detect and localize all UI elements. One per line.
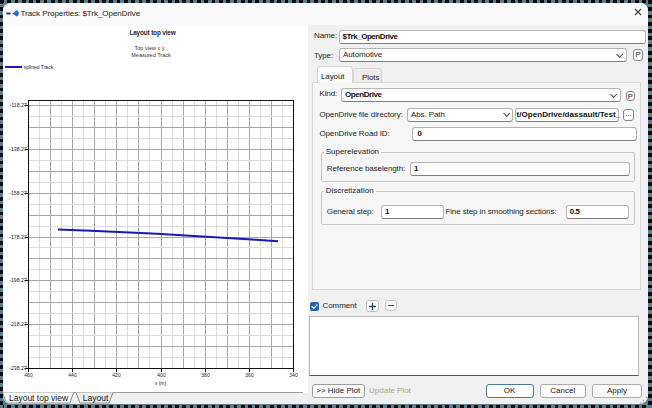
svg-text:420: 420 [112,372,121,378]
svg-text:400: 400 [157,372,166,378]
svg-text:460: 460 [24,372,33,378]
svg-text:-198.27: -198.27 [9,277,27,283]
svg-text:340: 340 [289,372,298,378]
svg-text:Layout: Layout [83,393,109,403]
svg-text:360: 360 [245,372,254,378]
svg-text:Layout top view: Layout top view [9,393,69,403]
svg-text:-238.27: -238.27 [9,365,27,371]
svg-text:-218.27: -218.27 [9,321,27,327]
svg-text:440: 440 [68,372,77,378]
svg-text:x (m): x (m) [155,380,167,386]
svg-text:-138.27: -138.27 [9,146,27,152]
svg-text:-158.27: -158.27 [9,190,27,196]
svg-text:-178.27: -178.27 [9,234,27,240]
svg-text:-118.27: -118.27 [10,102,27,108]
svg-text:380: 380 [201,372,210,378]
